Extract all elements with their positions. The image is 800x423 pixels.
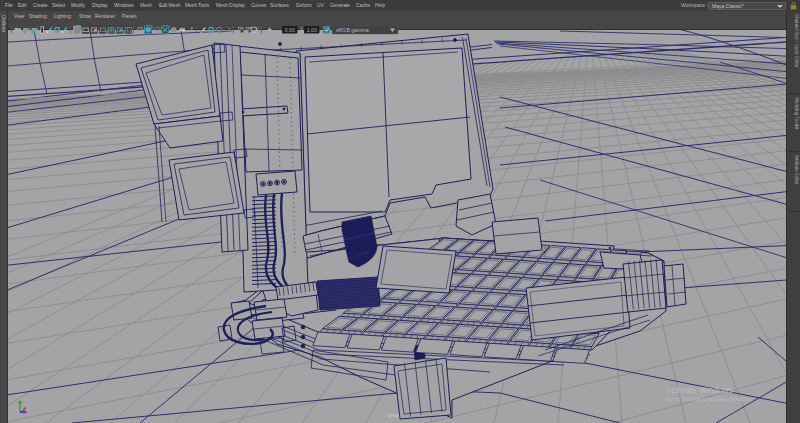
svg-text:0.00: 0.00: [285, 26, 295, 32]
svg-text:sRGB gamma: sRGB gamma: [336, 26, 369, 32]
svg-text:1.00: 1.00: [307, 26, 317, 32]
